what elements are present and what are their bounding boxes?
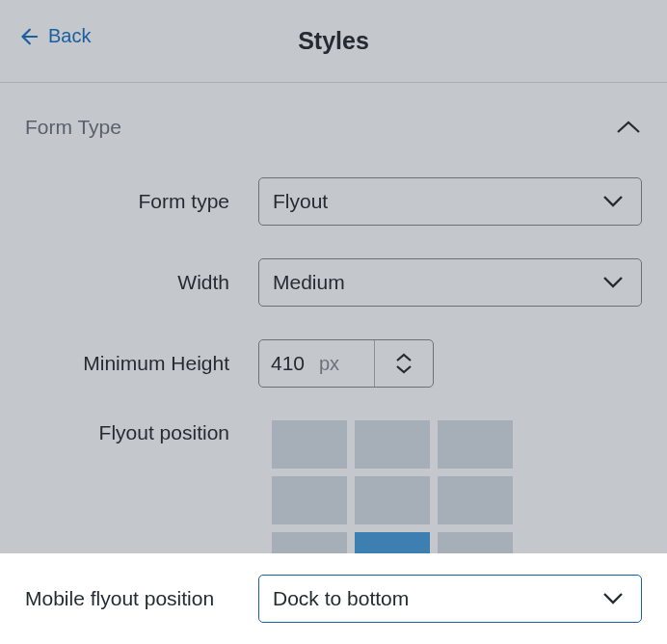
back-label: Back — [48, 25, 91, 47]
flyout-pos-top-center[interactable] — [355, 420, 430, 469]
label-min-height: Minimum Height — [25, 351, 229, 376]
row-mobile-flyout-position: Mobile flyout position Dock to bottom — [0, 553, 667, 644]
select-mobile-flyout-position-value: Dock to bottom — [273, 587, 409, 610]
back-button[interactable]: Back — [17, 25, 91, 47]
flyout-pos-top-left[interactable] — [272, 420, 347, 469]
chevron-up-icon — [395, 353, 413, 362]
section-form-type-body: Form type Flyout Width Medium Minimum He… — [0, 177, 667, 600]
stepper-min-height[interactable] — [375, 340, 433, 387]
chevron-down-icon — [395, 364, 413, 374]
arrow-left-icon — [17, 26, 39, 47]
flyout-pos-middle-right[interactable] — [438, 476, 513, 524]
select-form-type[interactable]: Flyout — [258, 177, 642, 226]
header: Back Styles — [0, 0, 667, 83]
section-form-type-header[interactable]: Form Type — [0, 83, 667, 145]
select-form-type-value: Flyout — [273, 190, 328, 213]
flyout-pos-middle-center[interactable] — [355, 476, 430, 524]
input-min-height-value: 410 — [259, 340, 319, 387]
label-flyout-position: Flyout position — [25, 420, 229, 445]
chevron-down-icon — [602, 276, 624, 289]
select-mobile-flyout-position[interactable]: Dock to bottom — [258, 575, 642, 623]
input-min-height[interactable]: 410 px — [258, 339, 434, 388]
flyout-pos-top-right[interactable] — [438, 420, 513, 469]
label-width: Width — [25, 270, 229, 295]
row-width: Width Medium — [25, 258, 642, 307]
row-form-type: Form type Flyout — [25, 177, 642, 226]
section-title: Form Type — [25, 116, 121, 139]
label-mobile-flyout-position: Mobile flyout position — [25, 586, 229, 611]
select-width-value: Medium — [273, 271, 345, 294]
row-min-height: Minimum Height 410 px — [25, 339, 642, 388]
chevron-up-icon — [615, 118, 642, 137]
label-form-type: Form type — [25, 189, 229, 214]
chevron-down-icon — [602, 592, 624, 605]
chevron-down-icon — [602, 195, 624, 208]
flyout-pos-middle-left[interactable] — [272, 476, 347, 524]
page-title: Styles — [298, 27, 369, 55]
select-width[interactable]: Medium — [258, 258, 642, 307]
input-min-height-unit: px — [319, 340, 375, 387]
